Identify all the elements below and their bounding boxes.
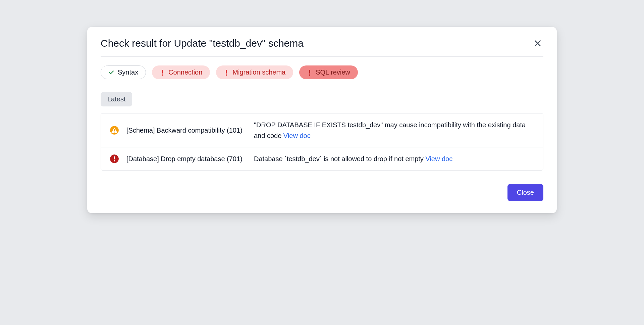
svg-rect-2 [162,70,163,74]
error-icon [109,154,120,164]
exclaim-icon [224,69,229,76]
close-button[interactable]: Close [507,184,543,201]
result-row: [Schema] Backward compatibility (101) "D… [101,113,543,147]
check-icon [108,69,114,76]
modal-header: Check result for Update "testdb_dev" sch… [101,38,543,57]
result-table: [Schema] Backward compatibility (101) "D… [101,113,543,171]
result-title: [Database] Drop empty database (701) [126,154,247,164]
tab-latest[interactable]: Latest [101,92,132,106]
result-description: Database `testdb_dev` is not allowed to … [254,153,535,164]
svg-rect-4 [226,70,227,74]
svg-rect-12 [114,156,115,159]
pill-migration-schema[interactable]: Migration schema [216,65,293,79]
pill-sql-review[interactable]: SQL review [299,65,358,79]
pill-syntax[interactable]: Syntax [101,65,146,79]
svg-rect-6 [309,70,310,74]
pill-label: Syntax [118,68,138,76]
modal-footer: Close [101,184,543,201]
pill-connection[interactable]: Connection [152,65,210,79]
exclaim-icon [160,69,165,76]
warning-icon [109,126,120,135]
svg-point-13 [114,160,115,161]
result-title: [Schema] Backward compatibility (101) [126,125,247,135]
modal-title: Check result for Update "testdb_dev" sch… [101,38,304,49]
pill-label: Connection [168,68,202,76]
exclaim-icon [307,69,312,76]
pill-label: SQL review [316,68,350,76]
result-row: [Database] Drop empty database (701) Dat… [101,147,543,170]
svg-point-7 [309,74,310,76]
check-result-modal: Check result for Update "testdb_dev" sch… [87,27,557,213]
svg-point-3 [162,74,163,76]
svg-point-5 [226,74,227,76]
view-doc-link[interactable]: View doc [283,132,311,139]
result-description: "DROP DATABASE IF EXISTS testdb_dev" may… [254,120,535,141]
svg-point-10 [114,132,115,133]
close-icon[interactable] [532,38,543,49]
pill-label: Migration schema [232,68,285,76]
check-category-pills: Syntax Connection Migration schema SQL r… [101,65,543,79]
svg-rect-9 [114,129,115,131]
view-doc-link[interactable]: View doc [425,155,452,162]
